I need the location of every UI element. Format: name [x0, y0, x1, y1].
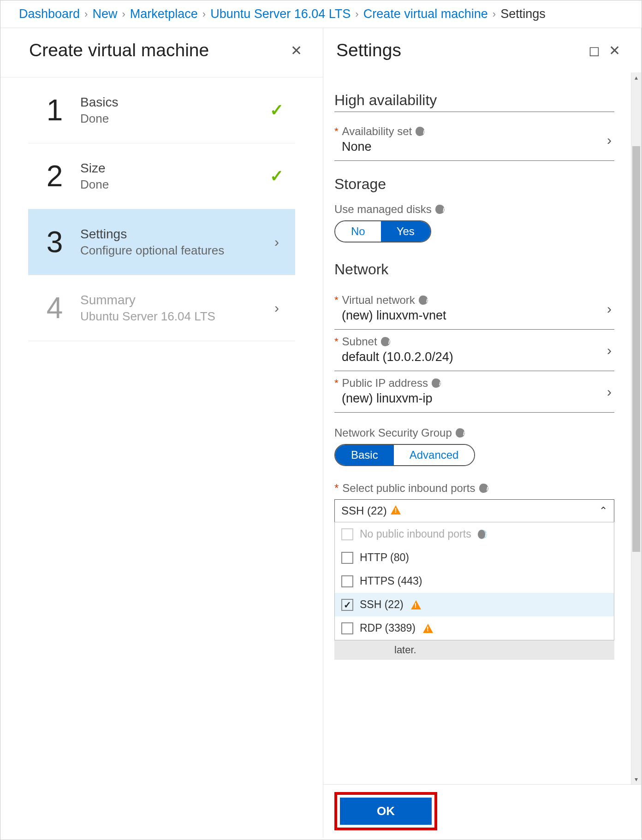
scrollbar[interactable]: ▴ ▾ [631, 72, 641, 784]
ports-label: Select public inbound ports [342, 482, 475, 495]
nsg-label: Network Security Group [334, 426, 452, 439]
field-label-text: Availability set [342, 125, 412, 138]
section-network: Network [334, 261, 614, 281]
breadcrumb: Dashboard › New › Marketplace › Ubuntu S… [0, 0, 642, 28]
chevron-right-icon: › [274, 234, 279, 249]
field-availability-set[interactable]: * Availability set i None › [334, 119, 614, 161]
step-title: Settings [80, 227, 255, 242]
step-subtitle: Ubuntu Server 16.04 LTS [80, 309, 255, 324]
step-settings[interactable]: 3 Settings Configure optional features › [28, 209, 295, 275]
step-number: 4 [42, 291, 67, 325]
port-option-https[interactable]: HTTPS (443) [335, 569, 614, 593]
chevron-right-icon: › [607, 384, 612, 400]
field-label-text: Subnet [342, 335, 377, 348]
field-label-text: Virtual network [342, 294, 415, 307]
step-basics[interactable]: 1 Basics Done ✓ [28, 77, 295, 143]
step-title: Basics [80, 95, 255, 110]
port-option-ssh[interactable]: ✓ SSH (22) [335, 593, 614, 616]
nsg-basic[interactable]: Basic [335, 445, 394, 465]
checkbox-icon [341, 575, 353, 587]
managed-disks-yes[interactable]: Yes [381, 221, 430, 242]
step-number: 3 [42, 225, 67, 259]
chevron-right-icon: › [355, 8, 358, 20]
checkbox-icon: ✓ [341, 599, 353, 611]
warning-icon [411, 600, 421, 609]
field-value: default (10.0.2.0/24) [334, 350, 614, 364]
field-value: (new) linuxvm-vnet [334, 308, 614, 323]
crumb-ubuntu[interactable]: Ubuntu Server 16.04 LTS [210, 7, 351, 21]
chevron-right-icon: › [607, 132, 612, 148]
step-subtitle: Done [80, 177, 255, 192]
close-icon[interactable]: ✕ [604, 40, 624, 60]
step-size[interactable]: 2 Size Done ✓ [28, 143, 295, 209]
port-option-label: No public inbound ports [360, 528, 471, 540]
step-summary[interactable]: 4 Summary Ubuntu Server 16.04 LTS › [28, 275, 295, 341]
left-panel-header: Create virtual machine ✕ [0, 28, 323, 72]
scrollbar-thumb[interactable] [632, 146, 640, 552]
checkbox-icon [341, 622, 353, 634]
info-icon: i [478, 530, 487, 539]
left-panel-title: Create virtual machine [29, 40, 286, 60]
port-option-http[interactable]: HTTP (80) [335, 546, 614, 569]
crumb-dashboard[interactable]: Dashboard [19, 7, 80, 21]
crumb-create-vm[interactable]: Create virtual machine [363, 7, 488, 21]
scroll-up-icon[interactable]: ▴ [631, 72, 641, 83]
checkbox-icon [341, 528, 353, 540]
required-asterisk: * [334, 377, 339, 389]
maximize-icon[interactable]: ◻ [584, 40, 604, 60]
port-option-label: RDP (3389) [360, 622, 416, 634]
warning-icon [423, 624, 433, 633]
ok-highlight-box: OK [334, 792, 437, 830]
checkmark-icon: ✓ [270, 166, 284, 185]
chevron-right-icon: › [202, 8, 206, 20]
managed-disks-no[interactable]: No [335, 221, 381, 242]
required-asterisk: * [334, 294, 339, 306]
ports-dropdown[interactable]: SSH (22) ⌃ [334, 499, 614, 522]
required-asterisk: * [334, 125, 339, 137]
field-label-text: Public IP address [342, 377, 428, 390]
step-title: Summary [80, 293, 255, 308]
close-icon[interactable]: ✕ [286, 40, 306, 60]
right-panel: Settings ◻ ✕ High availability * Availab… [323, 28, 642, 838]
section-storage: Storage [334, 176, 614, 195]
ports-note-tail: later. [334, 640, 614, 660]
scroll-down-icon[interactable]: ▾ [631, 774, 641, 784]
step-number: 1 [42, 93, 67, 127]
managed-disks-label: Use managed disks [334, 203, 432, 216]
left-panel: Create virtual machine ✕ 1 Basics Done ✓… [0, 28, 323, 838]
port-option-rdp[interactable]: RDP (3389) [335, 616, 614, 640]
info-icon[interactable]: i [419, 296, 428, 305]
field-subnet[interactable]: * Subnet i default (10.0.2.0/24) › [334, 330, 614, 371]
step-subtitle: Configure optional features [80, 243, 255, 258]
crumb-settings: Settings [500, 7, 546, 21]
info-icon[interactable]: i [432, 379, 441, 388]
warning-icon [391, 505, 401, 515]
chevron-right-icon: › [493, 8, 496, 20]
crumb-new[interactable]: New [92, 7, 117, 21]
ports-dropdown-menu: No public inbound ports i HTTP (80) HTTP… [334, 522, 614, 640]
step-number: 2 [42, 159, 67, 193]
port-option-none[interactable]: No public inbound ports i [335, 522, 614, 546]
wizard-steps: 1 Basics Done ✓ 2 Size Done ✓ 3 Settings [0, 77, 323, 341]
chevron-up-icon: ⌃ [599, 505, 607, 517]
info-icon[interactable]: i [416, 127, 425, 136]
ok-button[interactable]: OK [340, 798, 432, 825]
field-virtual-network[interactable]: * Virtual network i (new) linuxvm-vnet › [334, 288, 614, 330]
crumb-marketplace[interactable]: Marketplace [130, 7, 198, 21]
step-title: Size [80, 161, 255, 176]
nsg-toggle: Basic Advanced [334, 444, 475, 466]
port-option-label: HTTP (80) [360, 551, 409, 564]
required-asterisk: * [334, 482, 339, 495]
settings-footer: OK [323, 784, 641, 838]
field-value: None [334, 140, 614, 154]
field-public-ip[interactable]: * Public IP address i (new) linuxvm-ip › [334, 371, 614, 413]
ports-selected-text: SSH (22) [341, 504, 387, 517]
info-icon[interactable]: i [435, 205, 445, 214]
port-option-label: HTTPS (443) [360, 575, 422, 587]
nsg-advanced[interactable]: Advanced [394, 445, 475, 465]
info-icon[interactable]: i [456, 428, 465, 438]
field-value: (new) linuxvm-ip [334, 391, 614, 406]
info-icon[interactable]: i [381, 337, 390, 346]
port-option-label: SSH (22) [360, 598, 404, 611]
info-icon[interactable]: i [479, 484, 488, 493]
